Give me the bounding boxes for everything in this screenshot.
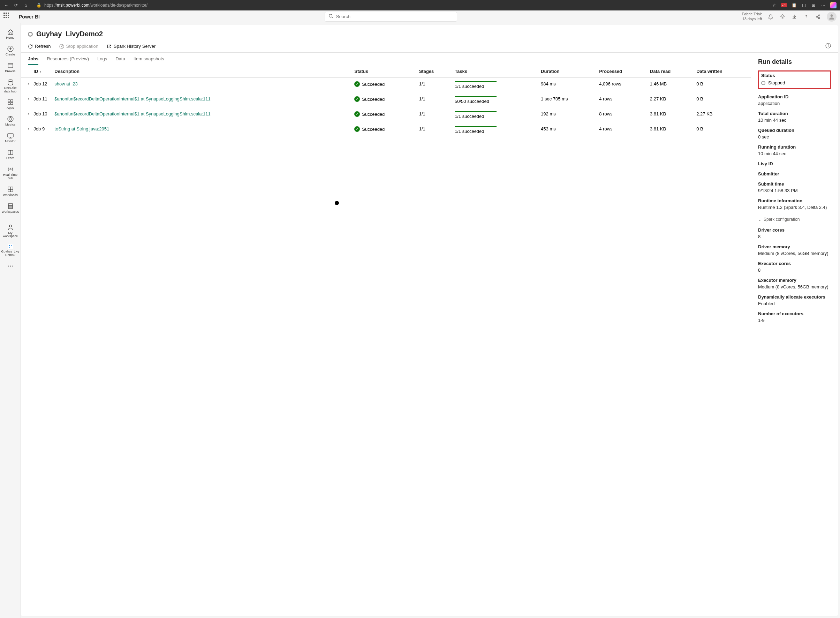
col-duration[interactable]: Duration	[539, 65, 597, 78]
job-description-link[interactable]: $anonfun$recordDeltaOperationInternal$1 …	[54, 111, 210, 116]
learn-icon	[7, 149, 14, 156]
svg-rect-15	[8, 100, 10, 102]
job-description-link[interactable]: toString at String.java:2951	[54, 126, 109, 131]
search-box[interactable]	[325, 12, 457, 22]
monitor-icon	[7, 132, 14, 139]
home-icon[interactable]: ⌂	[23, 3, 28, 8]
refresh-icon	[28, 44, 33, 49]
svg-point-8	[831, 14, 833, 17]
download-icon[interactable]	[791, 13, 797, 20]
status-label: Status	[761, 73, 828, 78]
nav-apps[interactable]: Apps	[1, 97, 20, 112]
progress-bar	[455, 81, 497, 82]
col-data-read[interactable]: Data read	[648, 65, 694, 78]
progress-bar	[455, 111, 497, 112]
url-bar[interactable]: 🔒 https://msit.powerbi.com/workloads/de-…	[33, 3, 767, 8]
nav-metrics[interactable]: Metrics	[1, 113, 20, 129]
svg-line-1	[332, 17, 333, 18]
nav-home[interactable]: Home	[1, 27, 20, 42]
job-stages: 1/1	[417, 108, 453, 123]
nav-monitor[interactable]: Monitor	[1, 130, 20, 146]
nav-workspaces[interactable]: Workspaces	[1, 201, 20, 216]
app-header: Power BI Fabric Trial: 13 days left ?	[0, 10, 840, 23]
job-id: Job 10	[31, 108, 52, 123]
left-nav: Home Create Browse OneLake data hub Apps…	[0, 23, 21, 618]
toolbar: Refresh Stop application Spark History S…	[21, 42, 838, 52]
extension-badge[interactable]: ▪ 1	[781, 3, 787, 7]
status-stopped-icon	[761, 81, 765, 85]
help-icon[interactable]: ?	[803, 13, 809, 20]
job-duration: 1 sec 705 ms	[539, 93, 597, 108]
notifications-icon[interactable]	[767, 13, 774, 20]
job-id: Job 12	[31, 78, 52, 93]
job-status: Succeeded	[362, 97, 384, 102]
tab-resources[interactable]: Resources (Preview)	[47, 53, 89, 65]
nav-create[interactable]: Create	[1, 43, 20, 59]
url-text: https://msit.powerbi.com/workloads/de-ds…	[44, 3, 147, 8]
collections-icon[interactable]: ⊞	[811, 3, 816, 8]
tab-jobs[interactable]: Jobs	[28, 53, 39, 65]
job-description-link[interactable]: show at :23	[54, 81, 78, 86]
job-description-link[interactable]: $anonfun$recordDeltaOperationInternal$1 …	[54, 96, 210, 101]
spark-config-link[interactable]: ⌄ Spark configuration	[758, 215, 831, 224]
search-input[interactable]	[336, 14, 453, 19]
refresh-icon[interactable]: ⟳	[13, 3, 19, 8]
job-tasks: 1/1 succeeded	[455, 129, 537, 134]
avatar[interactable]	[827, 12, 837, 22]
nav-onelake[interactable]: OneLake data hub	[1, 77, 20, 95]
back-icon[interactable]: ←	[3, 3, 9, 8]
col-description[interactable]: Description	[52, 65, 352, 78]
chevron-down-icon: ⌄	[758, 217, 761, 222]
tab-logs[interactable]: Logs	[97, 53, 107, 65]
col-tasks[interactable]: Tasks	[453, 65, 539, 78]
info-icon[interactable]	[825, 43, 831, 49]
job-tasks: 1/1 succeeded	[455, 84, 537, 89]
svg-point-41	[828, 44, 828, 45]
nav-workloads[interactable]: Workloads	[1, 184, 20, 199]
feedback-icon[interactable]	[815, 13, 821, 20]
more-icon[interactable]: ⋯	[821, 3, 826, 8]
copilot-icon[interactable]	[830, 2, 837, 8]
workspaces-icon	[7, 203, 14, 209]
clipboard-icon[interactable]: 📋	[791, 3, 797, 8]
history-button[interactable]: Spark History Server	[107, 44, 156, 49]
expand-row-icon[interactable]: ›	[21, 78, 31, 93]
nav-learn[interactable]: Learn	[1, 147, 20, 162]
nav-my-workspace[interactable]: My workspace	[1, 222, 20, 241]
job-stages: 1/1	[417, 93, 453, 108]
svg-rect-29	[8, 204, 13, 205]
expand-row-icon[interactable]: ›	[21, 123, 31, 138]
search-icon	[328, 13, 333, 20]
split-icon[interactable]: ◫	[801, 3, 806, 8]
svg-point-0	[329, 14, 332, 17]
job-status: Succeeded	[362, 126, 384, 132]
job-processed: 4 rows	[597, 123, 648, 138]
check-icon: ✓	[354, 96, 360, 102]
settings-icon[interactable]	[779, 13, 786, 20]
metrics-icon	[7, 116, 14, 122]
col-processed[interactable]: Processed	[597, 65, 648, 78]
col-data-written[interactable]: Data written	[694, 65, 751, 78]
expand-row-icon[interactable]: ›	[21, 93, 31, 108]
svg-line-6	[818, 16, 819, 16]
star-icon[interactable]: ☆	[771, 3, 777, 8]
col-id[interactable]: ID↑	[31, 65, 52, 78]
status-box: Status Stopped	[758, 70, 831, 89]
job-written: 0 B	[694, 78, 751, 93]
nav-browse[interactable]: Browse	[1, 60, 20, 75]
col-stages[interactable]: Stages	[417, 65, 453, 78]
table-row: › Job 12 show at :23 ✓Succeeded 1/1 1/1 …	[21, 78, 751, 93]
nav-current-workspace[interactable]: Guyhay_Livy Demo2	[1, 242, 20, 259]
nav-realtime[interactable]: Real-Time hub	[1, 163, 20, 183]
waffle-icon[interactable]	[3, 13, 12, 21]
tab-snapshots[interactable]: Item snapshots	[134, 53, 164, 65]
col-status[interactable]: Status	[352, 65, 417, 78]
svg-point-14	[8, 80, 13, 81]
refresh-button[interactable]: Refresh	[28, 44, 51, 49]
expand-row-icon[interactable]: ›	[21, 108, 31, 123]
nav-more-icon[interactable]: ⋯	[6, 260, 15, 271]
svg-point-32	[9, 225, 12, 227]
details-title: Run details	[758, 58, 831, 65]
tab-data[interactable]: Data	[116, 53, 125, 65]
job-stages: 1/1	[417, 78, 453, 93]
